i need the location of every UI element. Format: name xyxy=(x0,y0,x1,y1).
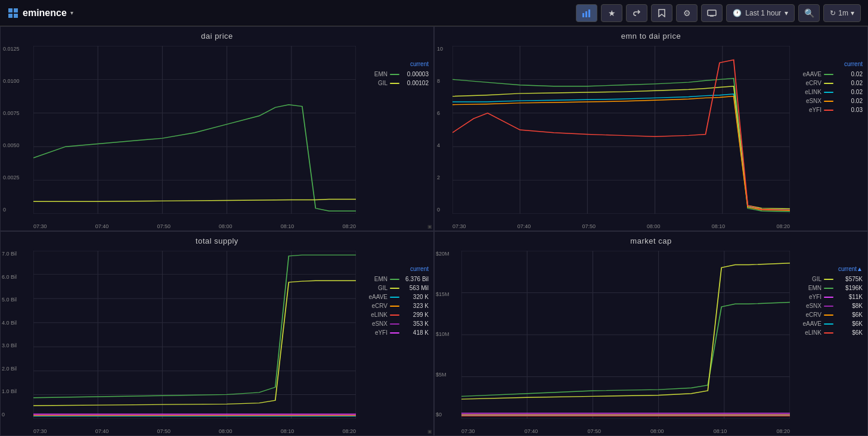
total-supply-panel: total supply 7.0 Bil 6.0 Bil 5.0 Bil 4.0… xyxy=(0,231,434,436)
emn-to-dai-panel: emn to dai price 10 8 6 4 2 0 xyxy=(434,26,868,231)
total-supply-legend-header: current xyxy=(367,266,429,272)
share-button[interactable] xyxy=(626,4,647,22)
header: eminence ▾ ★ ⚙ xyxy=(0,0,868,26)
dashboard: dai price 0.0125 0.0100 0.0075 0.0050 0.… xyxy=(0,26,868,436)
dai-price-title: dai price xyxy=(1,27,433,43)
total-supply-title: total supply xyxy=(1,232,433,248)
header-left: eminence ▾ xyxy=(7,7,576,19)
legend-gil: GIL 0.00102 xyxy=(367,80,429,86)
display-button[interactable] xyxy=(701,4,723,22)
emn-to-dai-chart xyxy=(452,46,790,214)
market-cap-title: market cap xyxy=(435,232,867,248)
app-name: eminence xyxy=(23,8,67,18)
refresh-button[interactable]: ↻ 1m ▾ xyxy=(823,4,861,22)
corner-marker-3: ▣ xyxy=(427,429,432,434)
legend-emn: EMN 0.00003 xyxy=(367,71,429,77)
market-cap-panel: market cap $20M $15M $10M $5M $0 xyxy=(434,231,868,436)
gil-line-color xyxy=(390,83,399,84)
corner-marker-1: ▣ xyxy=(427,224,432,229)
total-supply-legend: current EMN 6.376 Bil GIL 563 Mil eAAVE … xyxy=(367,266,429,336)
logo-icon xyxy=(7,7,19,19)
emn-to-dai-title: emn to dai price xyxy=(435,27,867,43)
settings-button[interactable]: ⚙ xyxy=(676,4,698,22)
total-supply-chart xyxy=(33,251,356,419)
emn-to-dai-legend: current eAAVE 0.02 eCRV 0.02 eLINK 0.02 xyxy=(801,61,863,113)
header-right: ★ ⚙ 🕐 Last 1 hour ▾ 🔍 ↻ 1m ▾ xyxy=(576,4,861,22)
emn-line-color xyxy=(390,74,399,75)
market-cap-legend-header: current▲ xyxy=(801,266,863,272)
dai-price-legend-header: current xyxy=(367,61,429,67)
dai-price-legend: current EMN 0.00003 GIL 0.00102 xyxy=(367,61,429,86)
app-dropdown-arrow[interactable]: ▾ xyxy=(70,10,73,16)
market-cap-legend: current▲ GIL $575K EMN $196K eYFI $11K xyxy=(801,266,863,336)
time-label: Last 1 hour xyxy=(745,9,781,17)
search-button[interactable]: 🔍 xyxy=(798,4,820,22)
dai-price-chart xyxy=(33,46,356,214)
svg-rect-0 xyxy=(582,13,584,17)
emn-to-dai-legend-header: current xyxy=(801,61,863,67)
star-button[interactable]: ★ xyxy=(601,4,622,22)
time-selector[interactable]: 🕐 Last 1 hour ▾ xyxy=(726,4,795,22)
bar-chart-button[interactable] xyxy=(576,4,597,22)
dai-price-panel: dai price 0.0125 0.0100 0.0075 0.0050 0.… xyxy=(0,26,434,231)
bookmark-button[interactable] xyxy=(651,4,672,22)
svg-rect-3 xyxy=(708,10,716,15)
svg-rect-1 xyxy=(585,11,587,17)
svg-rect-2 xyxy=(588,10,590,17)
market-cap-chart xyxy=(461,251,790,419)
refresh-label: 1m xyxy=(838,9,848,17)
